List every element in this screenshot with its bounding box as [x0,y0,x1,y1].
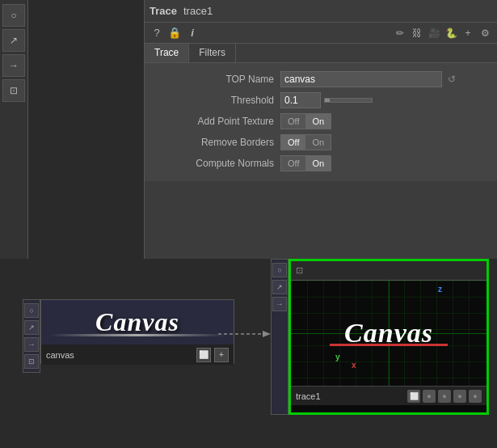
title-bar: Trace trace1 [145,0,497,23]
remove-borders-row: Remove Borders Off On [145,133,497,152]
link-icon[interactable]: ⛓ [410,26,424,40]
canvas-node-btn2[interactable]: + [214,348,229,362]
trace-icon-5[interactable]: ● [469,390,482,403]
tool-arrow[interactable]: ↗ [2,29,25,52]
axis-z-label: z [438,285,442,294]
canvas-node-group: ○ ↗ → ⊡ Canvas canvas ⬜ + [23,299,234,373]
connector-svg [218,326,275,342]
threshold-slider[interactable] [324,98,373,103]
canvas-tool-box[interactable]: ⊡ [24,354,39,369]
tab-filters[interactable]: Filters [189,44,236,62]
top-name-reset[interactable]: ↺ [448,74,456,85]
camera-icon[interactable]: 🎥 [427,26,441,40]
compute-normals-toggle: Off On [280,155,491,171]
trace-underline [330,344,447,346]
gear-icon[interactable]: ⚙ [478,26,492,40]
remove-borders-toggle-btn[interactable]: Off On [280,134,331,150]
tool-move[interactable]: → [2,54,25,77]
canvas-node-preview: Canvas [41,300,234,344]
top-name-value: ↺ [280,71,491,87]
canvas-tool-circle[interactable]: ○ [24,303,39,318]
trace-tool-move[interactable]: → [272,297,287,311]
python-icon[interactable]: 🐍 [444,26,458,40]
trace-node-group: ○ ↗ → ⊡ Canvas z y x trace1 [271,259,489,415]
top-name-input[interactable] [280,71,442,87]
canvas-underline [49,334,225,336]
remove-borders-label: Remove Borders [151,137,280,148]
top-name-row: TOP Name ↺ [145,70,497,89]
axis-x-label: x [352,361,356,370]
add-point-texture-off-option[interactable]: Off [281,114,305,129]
tool-grid[interactable]: ⊡ [2,79,25,102]
trace-header-icon: ⊡ [296,265,303,276]
compute-normals-on-option[interactable]: On [305,156,331,171]
trace-footer-icons: ⬜ ● ● ● ● [407,390,482,403]
canvas-node: Canvas canvas ⬜ + [40,299,234,364]
panel-node-name: trace1 [183,5,213,17]
add-point-texture-toggle: Off On [280,113,491,129]
panel-title: Trace [150,5,177,17]
canvas-tool-move[interactable]: → [24,337,39,352]
lock-icon[interactable]: 🔒 [167,26,182,40]
tab-trace[interactable]: Trace [145,44,189,62]
canvas-node-btn1[interactable]: ⬜ [196,348,211,362]
remove-borders-on-option[interactable]: On [305,135,331,150]
threshold-row: Threshold [145,91,497,110]
icon-bar: ? 🔒 i ✏ ⛓ 🎥 🐍 + ⚙ [145,23,497,44]
trace-side-strip: ○ ↗ → [271,259,289,415]
node-graph-area: ○ ↗ → ⊡ Canvas canvas ⬜ + ○ ↗ → [0,259,497,448]
axis-y-label: y [335,353,340,361]
add-point-texture-row: Add Point Texture Off On [145,112,497,131]
tab-bar: Trace Filters [145,44,497,63]
trace-node-header: ⊡ [291,261,486,281]
remove-borders-off-option[interactable]: Off [281,135,305,150]
compute-normals-toggle-btn[interactable]: Off On [280,155,331,171]
top-right-icons: ✏ ⛓ 🎥 🐍 + ⚙ [393,26,492,40]
trace-node: ⊡ Canvas z y x trace1 ⬜ ● ● ● [289,259,489,415]
svg-marker-1 [263,331,271,337]
threshold-label: Threshold [151,95,280,106]
canvas-node-footer: canvas ⬜ + [41,344,234,365]
trace-tool-circle[interactable]: ○ [272,263,287,277]
trace-icon-3[interactable]: ● [438,390,451,403]
compute-normals-row: Compute Normals Off On [145,154,497,173]
canvas-node-label: canvas [46,350,193,360]
help-icon[interactable]: ? [150,26,164,40]
add-point-texture-on-option[interactable]: On [305,114,331,129]
threshold-value [280,92,491,108]
props-content: TOP Name ↺ Threshold Add Point Texture O… [145,63,497,181]
properties-panel: Trace trace1 ? 🔒 i ✏ ⛓ 🎥 🐍 + ⚙ Trace Fil… [144,0,497,259]
trace-node-preview: Canvas z y x [291,281,486,386]
canvas-tool-arrow[interactable]: ↗ [24,320,39,335]
tool-select[interactable]: ○ [2,4,25,27]
pencil-icon[interactable]: ✏ [393,26,407,40]
trace-icon-1[interactable]: ⬜ [407,390,420,403]
trace-node-label: trace1 [296,391,407,401]
canvas-logo: Canvas [95,307,179,337]
canvas-side-strip: ○ ↗ → ⊡ [23,299,40,373]
top-name-label: TOP Name [151,74,280,85]
threshold-input[interactable] [280,92,321,108]
trace-icon-2[interactable]: ● [423,390,436,403]
remove-borders-toggle: Off On [280,134,491,150]
trace-node-footer: trace1 ⬜ ● ● ● ● [291,386,486,405]
add-point-texture-label: Add Point Texture [151,116,280,127]
add-icon[interactable]: + [461,26,475,40]
trace-icon-4[interactable]: ● [453,390,466,403]
compute-normals-off-option[interactable]: Off [281,156,305,171]
add-point-texture-toggle-btn[interactable]: Off On [280,113,331,129]
compute-normals-label: Compute Normals [151,158,280,169]
trace-tool-arrow[interactable]: ↗ [272,280,287,294]
info-icon[interactable]: i [185,26,200,40]
